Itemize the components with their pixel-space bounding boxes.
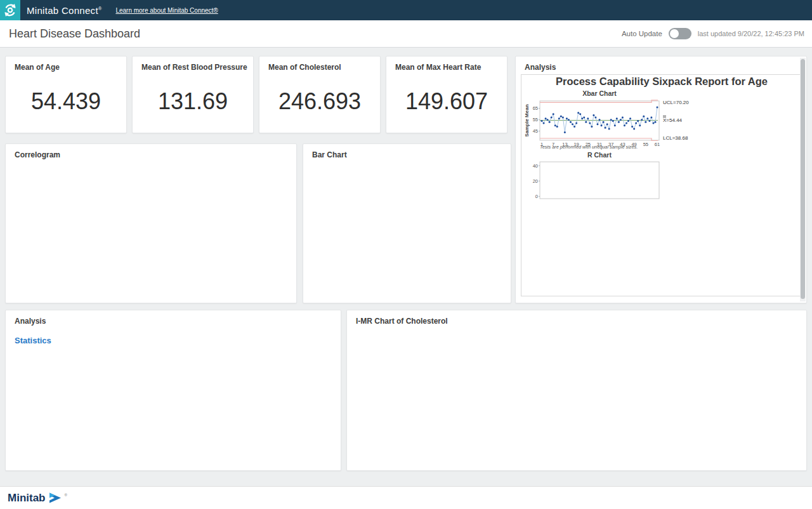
sixpack-scrollbar-thumb[interactable] [801, 59, 805, 299]
dashboard-header: Heart Disease Dashboard Auto Update last… [0, 20, 812, 48]
panel-title: Analysis [516, 56, 806, 72]
kpi-label: Mean of Cholesterol [259, 56, 380, 72]
minitab-footer-logo: Minitab ® [8, 492, 67, 505]
panel-title: Correlogram [6, 144, 296, 159]
footer-brand-text: Minitab [8, 492, 46, 505]
svg-text:40: 40 [533, 163, 538, 169]
kpi-card-mean-age: Mean of Age 54.439 [5, 56, 127, 133]
footer-reg: ® [65, 493, 67, 497]
sixpack-chart: Process Capability Sixpack Report for Ag… [521, 74, 802, 300]
svg-text:Sample Mean: Sample Mean [524, 104, 530, 136]
sixpack-analysis-panel: Analysis Process Capability Sixpack Repo… [515, 56, 807, 303]
kpi-label: Mean of Max Heart Rate [386, 56, 507, 72]
kpi-card-mean-cholesterol: Mean of Cholesterol 246.693 [259, 56, 381, 133]
svg-text:Tests are performed with unequ: Tests are performed with unequal sample … [540, 144, 638, 150]
svg-text:55: 55 [643, 142, 648, 147]
svg-text:65: 65 [533, 105, 538, 111]
svg-text:45: 45 [533, 128, 538, 134]
auto-update-label: Auto Update [622, 30, 662, 37]
minitab-arrow-icon [48, 492, 62, 503]
kpi-card-mean-max-hr: Mean of Max Heart Rate 149.607 [386, 56, 508, 133]
svg-text:LCL=38.68: LCL=38.68 [663, 135, 688, 141]
footer: Minitab ® [0, 486, 812, 509]
kpi-label: Mean of Rest Blood Pressure [133, 56, 253, 72]
svg-text:X=54.44: X=54.44 [663, 117, 683, 123]
svg-text:UCL=70.20: UCL=70.20 [663, 100, 689, 105]
svg-text:R Chart: R Chart [587, 151, 612, 159]
kpi-card-mean-rest-bp: Mean of Rest Blood Pressure 131.69 [132, 56, 254, 133]
panel-title: Analysis [6, 310, 341, 326]
bar-chart [306, 161, 509, 303]
kpi-value: 54.439 [6, 88, 126, 115]
statistics-panel: Analysis Statistics [5, 310, 341, 471]
kpi-value: 149.607 [386, 88, 507, 115]
bar-chart-panel: Bar Chart [303, 143, 511, 303]
kpi-value: 131.69 [133, 88, 253, 115]
statistics-heading: Statistics [6, 326, 341, 345]
svg-text:0: 0 [535, 194, 538, 199]
page-title: Heart Disease Dashboard [9, 27, 140, 41]
brand-title: Minitab Connect® [27, 5, 102, 16]
imr-chart [350, 327, 805, 469]
svg-text:61: 61 [655, 142, 660, 147]
auto-update-toggle[interactable] [669, 28, 691, 39]
svg-text:20: 20 [533, 178, 538, 184]
svg-text:55: 55 [533, 117, 538, 122]
last-updated-text: last updated 9/20/22, 12:45:23 PM [698, 30, 804, 37]
toggle-knob [670, 29, 679, 38]
kpi-label: Mean of Age [6, 56, 126, 72]
panel-title: Bar Chart [303, 144, 511, 159]
svg-text:Process Capability Sixpack Rep: Process Capability Sixpack Report for Ag… [556, 76, 768, 87]
minitab-connect-logo-icon [0, 0, 20, 20]
learn-more-link[interactable]: Learn more about Minitab Connect® [115, 7, 218, 14]
kpi-value: 246.693 [259, 88, 380, 115]
correlogram-chart [8, 161, 295, 301]
panel-title: I-MR Chart of Cholesterol [347, 310, 806, 326]
app: Minitab Connect® Learn more about Minita… [0, 0, 812, 509]
svg-text:Xbar Chart: Xbar Chart [582, 89, 617, 97]
sixpack-scrollbar[interactable] [800, 58, 806, 301]
correlogram-panel: Correlogram [5, 143, 297, 303]
imr-chart-panel: I-MR Chart of Cholesterol [346, 310, 807, 471]
topbar: Minitab Connect® Learn more about Minita… [0, 0, 812, 20]
